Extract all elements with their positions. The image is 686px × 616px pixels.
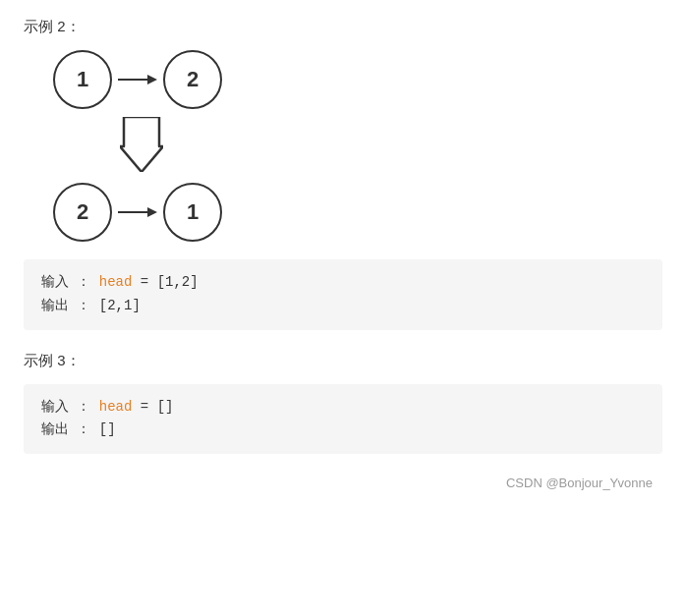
nodes-after: 2 1: [53, 183, 222, 242]
example3-input-line: 输入 ： head = []: [41, 396, 645, 420]
eq1: =: [141, 274, 157, 290]
footer-text: CSDN @Bonjour_Yvonne: [24, 476, 662, 490]
down-arrow-icon: [120, 117, 163, 175]
example3-input-label: 输入: [41, 399, 69, 415]
example2-input-var: head: [99, 274, 133, 290]
arrow-right-after: [118, 202, 157, 222]
svg-marker-4: [147, 207, 157, 217]
example3-input-value: []: [157, 399, 174, 415]
node-after-2: 1: [163, 183, 222, 242]
colon1: ：: [77, 274, 90, 290]
svg-marker-1: [147, 75, 157, 84]
example3-title: 示例 3：: [24, 352, 662, 370]
example3-output-label: 输出: [41, 421, 69, 437]
example3-output-line: 输出 ： []: [41, 419, 645, 442]
example3-input-var: head: [99, 399, 133, 415]
node-before-1: 1: [53, 50, 112, 109]
example2-output-label: 输出: [41, 298, 69, 313]
arrow-right-before: [118, 70, 157, 89]
example2-input-value: [1,2]: [157, 274, 199, 290]
example2-title: 示例 2：: [24, 18, 662, 36]
diagram-area: 1 2 2 1: [53, 50, 662, 242]
svg-marker-2: [120, 117, 163, 172]
example2-output-value: [2,1]: [99, 298, 141, 313]
example3-code-block: 输入 ： head = [] 输出 ： []: [24, 384, 662, 455]
colon4: ：: [77, 421, 90, 437]
example3-output-value: []: [99, 421, 116, 437]
nodes-before: 1 2: [53, 50, 222, 109]
eq2: =: [141, 399, 157, 415]
example2-input-line: 输入 ： head = [1,2]: [41, 271, 645, 295]
colon3: ：: [77, 399, 90, 415]
node-after-1: 2: [53, 183, 112, 242]
example2-code-block: 输入 ： head = [1,2] 输出 ： [2,1]: [24, 259, 662, 330]
node-before-2: 2: [163, 50, 222, 109]
example2-input-label: 输入: [41, 274, 69, 290]
colon2: ：: [77, 298, 90, 313]
down-arrow-container: [120, 117, 163, 175]
example2-output-line: 输出 ： [2,1]: [41, 295, 645, 318]
